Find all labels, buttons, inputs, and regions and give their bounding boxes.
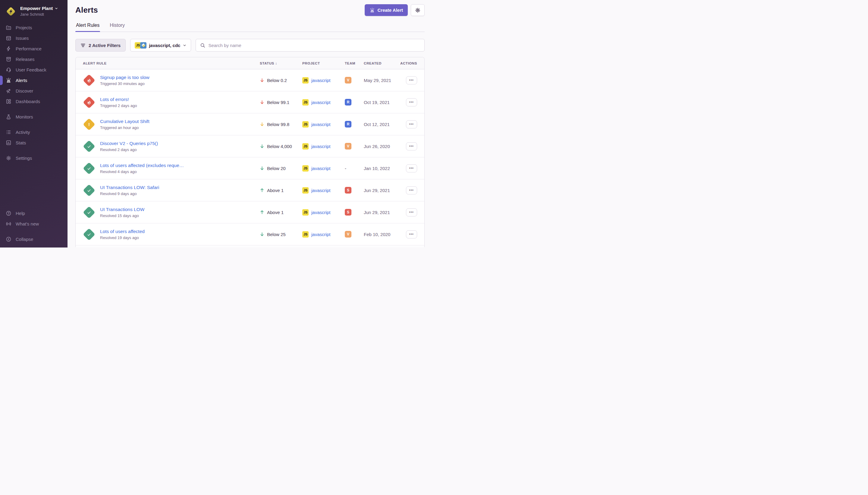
search-input[interactable] xyxy=(208,43,420,48)
javascript-platform-icon: JS xyxy=(302,121,309,127)
project-link[interactable]: javascript xyxy=(311,188,330,193)
javascript-platform-icon: JS xyxy=(302,143,309,150)
check-icon xyxy=(87,144,91,148)
filter-bar: 2 Active Filters JS javascript, cdc xyxy=(75,39,425,52)
project-cell: JS javascript xyxy=(302,121,345,127)
project-link[interactable]: javascript xyxy=(311,144,330,149)
python-platform-icon xyxy=(140,42,146,49)
column-header-alert-rule[interactable]: Alert Rule xyxy=(83,62,260,65)
project-link[interactable]: javascript xyxy=(311,232,330,237)
table-row: ! Signup page is too slow Triggered 30 m… xyxy=(76,69,424,91)
sidebar-item-collapse[interactable]: Collapse xyxy=(0,234,68,244)
sidebar-item-label: Settings xyxy=(16,156,32,161)
row-actions-button[interactable] xyxy=(406,76,417,84)
row-actions-button[interactable] xyxy=(406,208,417,217)
project-cell: JS javascript xyxy=(302,77,345,84)
archive-icon xyxy=(6,56,12,62)
sidebar-item-user-feedback[interactable]: User Feedback xyxy=(0,65,68,75)
settings-button[interactable] xyxy=(411,4,425,16)
check-icon xyxy=(87,232,91,236)
trend-arrow-icon xyxy=(260,166,264,171)
row-actions-button[interactable] xyxy=(406,230,417,238)
status-cell: Below 99.8 xyxy=(260,122,302,127)
user-name: Jane Schmidt xyxy=(20,12,44,17)
row-actions-button[interactable] xyxy=(406,164,417,172)
project-link[interactable]: javascript xyxy=(311,122,330,127)
project-selector[interactable]: JS javascript, cdc xyxy=(130,39,191,52)
column-header-status[interactable]: Status↓ xyxy=(260,61,302,65)
alert-rule-subtitle: Resolved 19 days ago xyxy=(100,236,145,240)
alert-rule-subtitle: Triggered 30 minutes ago xyxy=(100,81,150,86)
alert-rule-subtitle: Triggered 2 days ago xyxy=(100,103,137,108)
alert-rule-link[interactable]: Lots of users affected (excludes reque… xyxy=(100,163,184,168)
column-header-project[interactable]: Project xyxy=(302,62,345,65)
alert-rule-link[interactable]: Signup page is too slow xyxy=(100,75,150,80)
sidebar-item-help[interactable]: Help xyxy=(0,208,68,219)
dashboard-grid-icon xyxy=(6,99,12,104)
table-row: ! Cumulative Layout Shift Triggered an h… xyxy=(76,113,424,135)
row-actions-button[interactable] xyxy=(406,120,417,129)
row-actions-button[interactable] xyxy=(406,186,417,194)
sidebar-item-label: Help xyxy=(16,211,25,216)
alert-rule-subtitle: Resolved 9 days ago xyxy=(100,191,159,196)
sidebar-item-settings[interactable]: Settings xyxy=(0,153,68,164)
project-cell: JS javascript xyxy=(302,231,345,238)
org-switcher[interactable]: Empower Plant Jane Schmidt xyxy=(0,4,68,22)
status-cell: Below 99.1 xyxy=(260,100,302,105)
project-link[interactable]: javascript xyxy=(311,78,330,83)
sidebar-item-label: Projects xyxy=(16,25,32,30)
alert-rule-link[interactable]: Lots of users affected xyxy=(100,229,145,234)
project-cell: JS javascript xyxy=(302,165,345,172)
search-box xyxy=(196,39,425,52)
sidebar-item-dashboards[interactable]: Dashboards xyxy=(0,96,68,107)
table-header: Alert Rule Status↓ Project Team Created … xyxy=(76,57,424,69)
column-header-created[interactable]: Created xyxy=(364,62,397,65)
sidebar-item-label: Performance xyxy=(16,46,41,51)
status-cell: Below 0.2 xyxy=(260,78,302,83)
project-link[interactable]: javascript xyxy=(311,210,330,215)
table-row: ! Discover V2 - Queries p75() Resolved 2… xyxy=(76,135,424,157)
column-header-team[interactable]: Team xyxy=(345,62,364,65)
alert-rules-table: Alert Rule Status↓ Project Team Created … xyxy=(75,57,425,247)
project-cell: JS javascript xyxy=(302,209,345,216)
sidebar-item-whats-new[interactable]: What's new xyxy=(0,219,68,229)
alert-rule-link[interactable]: Discover V2 - Queries p75() xyxy=(100,141,158,146)
trend-arrow-icon xyxy=(260,78,264,83)
alert-rule-link[interactable]: UI Transactions LOW xyxy=(100,207,144,212)
active-filters-button[interactable]: 2 Active Filters xyxy=(75,39,126,52)
tab-history[interactable]: History xyxy=(109,23,125,32)
tab-alert-rules[interactable]: Alert Rules xyxy=(75,23,100,32)
alert-rule-link[interactable]: Lots of errors! xyxy=(100,97,137,102)
alert-rule-link[interactable]: Cumulative Layout Shift xyxy=(100,119,150,124)
sidebar-item-projects[interactable]: Projects xyxy=(0,22,68,33)
project-link[interactable]: javascript xyxy=(311,166,330,171)
trend-arrow-icon xyxy=(260,122,264,126)
created-date: Jun 26, 2020 xyxy=(364,144,397,149)
tab-bar: Alert Rules History xyxy=(75,23,425,32)
sidebar-item-monitors[interactable]: Monitors xyxy=(0,112,68,122)
sidebar-item-performance[interactable]: Performance xyxy=(0,44,68,54)
sidebar-item-discover[interactable]: Discover xyxy=(0,86,68,96)
page-title: Alerts xyxy=(75,5,98,15)
javascript-platform-icon: JS xyxy=(302,99,309,105)
sidebar-item-activity[interactable]: Activity xyxy=(0,127,68,137)
project-link[interactable]: javascript xyxy=(311,100,330,105)
table-row: ! UI Transactions LOW Resolved 15 days a… xyxy=(76,201,424,223)
sidebar-item-alerts[interactable]: Alerts xyxy=(0,75,68,86)
create-alert-button[interactable]: Create Alert xyxy=(365,4,408,16)
flask-icon xyxy=(6,114,12,120)
status-cell: Below 20 xyxy=(260,166,302,171)
alert-rule-link[interactable]: UI Transactions LOW: Safari xyxy=(100,185,159,190)
sidebar-item-stats[interactable]: Stats xyxy=(0,137,68,148)
row-actions-button[interactable] xyxy=(406,98,417,106)
javascript-platform-icon: JS xyxy=(302,231,309,238)
team-badge: V xyxy=(345,77,351,84)
feedback-icon xyxy=(6,67,12,73)
sidebar-item-releases[interactable]: Releases xyxy=(0,54,68,65)
help-circle-icon xyxy=(6,210,12,216)
project-cell: JS javascript xyxy=(302,187,345,193)
row-actions-button[interactable] xyxy=(406,142,417,150)
sidebar-item-issues[interactable]: Issues xyxy=(0,33,68,44)
sidebar-item-label: What's new xyxy=(16,221,39,226)
created-date: May 29, 2021 xyxy=(364,78,397,83)
